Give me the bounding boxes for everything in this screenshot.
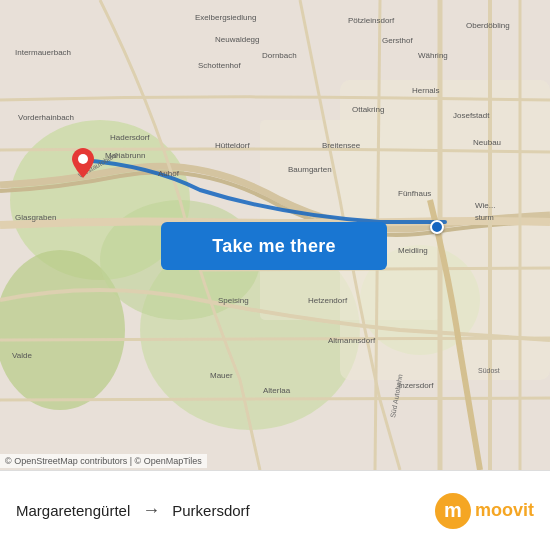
moovit-logo-text: moovit: [475, 500, 534, 521]
svg-text:Wie...: Wie...: [475, 201, 495, 210]
moovit-logo: m moovit: [435, 493, 534, 529]
bottom-bar: Margaretengürtel → Purkersdorf m moovit: [0, 470, 550, 550]
svg-text:Alterlaa: Alterlaa: [263, 386, 291, 395]
route-to-label: Purkersdorf: [172, 502, 250, 519]
svg-text:Hadersdorf: Hadersdorf: [110, 133, 150, 142]
svg-text:Speising: Speising: [218, 296, 249, 305]
svg-text:Schottenhof: Schottenhof: [198, 61, 241, 70]
route-arrow-icon: →: [142, 500, 160, 521]
svg-text:Pötzleinsdorf: Pötzleinsdorf: [348, 16, 395, 25]
svg-text:Valde: Valde: [12, 351, 32, 360]
svg-text:Oberdöbling: Oberdöbling: [466, 21, 510, 30]
route-from-label: Margaretengürtel: [16, 502, 130, 519]
svg-text:sturm: sturm: [475, 213, 494, 222]
svg-text:Breitensee: Breitensee: [322, 141, 361, 150]
svg-text:Dornbach: Dornbach: [262, 51, 297, 60]
take-me-there-button[interactable]: Take me there: [161, 222, 387, 270]
svg-text:Hernals: Hernals: [412, 86, 440, 95]
svg-text:Meidling: Meidling: [398, 246, 428, 255]
moovit-logo-icon: m: [435, 493, 471, 529]
svg-text:Altmannsdorf: Altmannsdorf: [328, 336, 376, 345]
svg-text:Baumgarten: Baumgarten: [288, 165, 332, 174]
svg-text:Auhof: Auhof: [158, 169, 180, 178]
svg-text:Josefstadt: Josefstadt: [453, 111, 490, 120]
svg-text:Währing: Währing: [418, 51, 448, 60]
svg-text:Hütteldorf: Hütteldorf: [215, 141, 250, 150]
app-container: Intermauerbach Vorderhainbach Hadersdorf…: [0, 0, 550, 550]
map-attribution: © OpenStreetMap contributors | © OpenMap…: [0, 454, 207, 468]
svg-text:Intermauerbach: Intermauerbach: [15, 48, 71, 57]
svg-text:Fünfhaus: Fünfhaus: [398, 189, 431, 198]
svg-text:Hetzendorf: Hetzendorf: [308, 296, 348, 305]
svg-text:Südost: Südost: [478, 367, 500, 374]
svg-text:Neubau: Neubau: [473, 138, 501, 147]
svg-text:Inzersdorf: Inzersdorf: [398, 381, 434, 390]
svg-text:Gersthof: Gersthof: [382, 36, 413, 45]
svg-text:Neuwaldegg: Neuwaldegg: [215, 35, 259, 44]
svg-text:Vorderhainbach: Vorderhainbach: [18, 113, 74, 122]
svg-text:Ottakring: Ottakring: [352, 105, 384, 114]
svg-point-44: [78, 154, 88, 164]
origin-pin: [430, 220, 444, 234]
svg-text:Exelbergsiedlung: Exelbergsiedlung: [195, 13, 256, 22]
destination-pin: [72, 148, 94, 182]
map-area: Intermauerbach Vorderhainbach Hadersdorf…: [0, 0, 550, 470]
svg-text:Mauer: Mauer: [210, 371, 233, 380]
svg-text:Glasgraben: Glasgraben: [15, 213, 56, 222]
